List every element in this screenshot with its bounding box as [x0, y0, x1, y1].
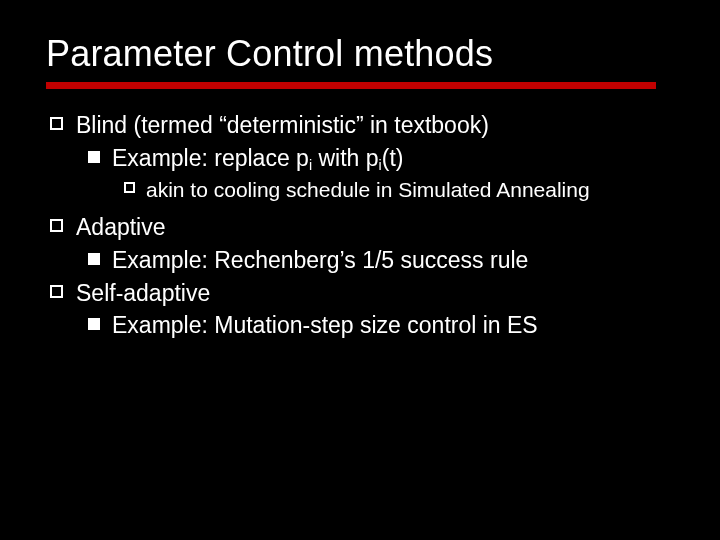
bullet-blind-example: Example: replace pi with pi(t) — [46, 144, 694, 173]
slide: Parameter Control methods Blind (termed … — [0, 0, 720, 540]
subscript: i — [379, 157, 382, 173]
bullet-adaptive-example: Example: Rechenberg’s 1/5 success rule — [46, 246, 694, 275]
title-underline — [46, 82, 656, 89]
bullet-text: akin to cooling schedule in Simulated An… — [146, 178, 590, 201]
bullet-self-adaptive: Self-adaptive — [46, 279, 694, 308]
slide-body: Blind (termed “deterministic” in textboo… — [46, 111, 694, 340]
text-part: (t) — [382, 145, 404, 171]
text-part: with p — [312, 145, 378, 171]
subscript: i — [309, 157, 312, 173]
bullet-text: Self-adaptive — [76, 280, 210, 306]
bullet-blind-note: akin to cooling schedule in Simulated An… — [46, 177, 694, 203]
slide-title: Parameter Control methods — [46, 34, 694, 74]
bullet-text: Blind (termed “deterministic” in textboo… — [76, 112, 489, 138]
bullet-blind: Blind (termed “deterministic” in textboo… — [46, 111, 694, 140]
bullet-adaptive: Adaptive — [46, 213, 694, 242]
bullet-text: Adaptive — [76, 214, 166, 240]
text-part: Example: replace p — [112, 145, 309, 171]
bullet-text: Example: Mutation-step size control in E… — [112, 312, 538, 338]
bullet-self-adaptive-example: Example: Mutation-step size control in E… — [46, 311, 694, 340]
bullet-text: Example: Rechenberg’s 1/5 success rule — [112, 247, 528, 273]
